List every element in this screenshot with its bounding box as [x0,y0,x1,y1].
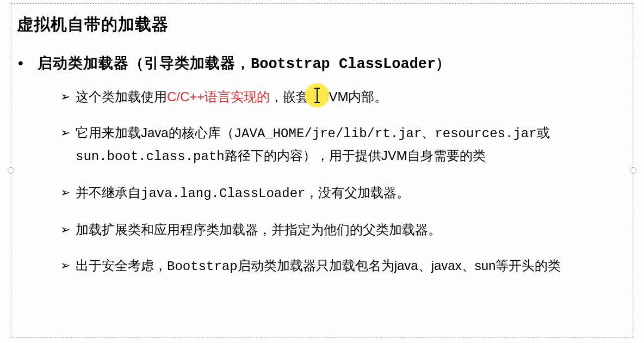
t: 或 [537,125,550,140]
selection-handle-right[interactable] [630,167,636,174]
arrow-icon: ➢ [60,86,76,108]
arrow-icon: ➢ [60,255,76,277]
subitem-1-text: 这个类加载使用C/C++语言实现的，嵌套在JVM内部。 [76,86,616,108]
arrow-icon: ➢ [60,182,76,204]
subitem-3-text: 并不继承自java.lang.ClassLoader，没有父加载器。 [76,182,616,205]
cursor-highlight-icon [305,83,330,108]
t: ，没有父加载器。 [305,185,410,200]
arrow-icon: ➢ [60,122,76,144]
bullet-main-prefix: 启动类加载器（引导类加载器， [38,55,251,71]
t: 它用来加载Java的核心库（ [76,125,234,140]
subitem-2-text: 它用来加载Java的核心库（JAVA_HOME/jre/lib/rt.jar、r… [76,122,616,168]
path-text: sun.boot.class.path [76,149,225,164]
classname-text: java.lang.ClassLoader [141,186,305,201]
text-cursor-icon [317,89,318,102]
subitem-1: ➢ 这个类加载使用C/C++语言实现的，嵌套在JVM内部。 [60,86,616,108]
subitem-4: ➢ 加载扩展类和应用程序类加载器，并指定为他们的父类加载器。 [60,219,616,241]
subitem-5-text: 出于安全考虑，Bootstrap启动类加载器只加载包名为java、javax、s… [76,255,616,278]
bullet-main: • 启动类加载器（引导类加载器，Bootstrap ClassLoader） [18,53,627,74]
bullet-main-text: 启动类加载器（引导类加载器，Bootstrap ClassLoader） [38,53,451,74]
subitem-1-red: C/C++语言实现的 [167,89,270,104]
bullet-main-suffix: ） [436,55,451,71]
subitem-2: ➢ 它用来加载Java的核心库（JAVA_HOME/jre/lib/rt.jar… [60,122,616,168]
path-text: JAVA_HOME/jre/lib/rt.jar [234,126,422,141]
t: 启动类加载器只加载包名为java、javax、sun等开头的类 [238,258,561,273]
t: 出于安全考虑， [76,258,167,273]
t: 这个类加载使用 [76,89,167,104]
arrow-icon: ➢ [60,219,76,241]
t: 并不继承自 [76,185,141,200]
subitem-4-text: 加载扩展类和应用程序类加载器，并指定为他们的父类加载器。 [76,219,616,241]
classname-text: Bootstrap [167,259,238,274]
bullet-main-classname: Bootstrap ClassLoader [251,56,436,72]
bullet-dot-icon: • [18,53,26,73]
slide-textbox: 虚拟机自带的加载器 • 启动类加载器（引导类加载器，Bootstrap Clas… [11,3,633,338]
slide-title: 虚拟机自带的加载器 [17,14,627,36]
t: 路径下的内容），用于提供JVM自身需要的类 [225,148,486,163]
subitem-5: ➢ 出于安全考虑，Bootstrap启动类加载器只加载包名为java、javax… [60,255,616,278]
selection-handle-left[interactable] [8,167,14,174]
t: 、 [422,125,435,140]
subitem-3: ➢ 并不继承自java.lang.ClassLoader，没有父加载器。 [60,182,616,205]
sublist: ➢ 这个类加载使用C/C++语言实现的，嵌套在JVM内部。 ➢ 它用来加载Jav… [60,86,616,278]
path-text: resources.jar [435,126,536,141]
